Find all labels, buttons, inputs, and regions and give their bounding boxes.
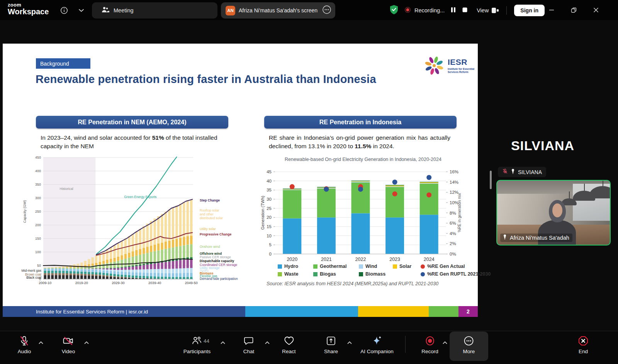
svg-text:Demand-side participation: Demand-side participation <box>200 277 238 281</box>
minimize-button[interactable] <box>546 5 557 15</box>
iesr-logo-tagline: Institute for Essential Services Reform <box>448 68 475 74</box>
svg-text:2019-20: 2019-20 <box>75 281 88 285</box>
video-options-chevron[interactable] <box>84 339 89 346</box>
react-button[interactable]: React <box>282 335 295 354</box>
indonesia-chart-title: Renewable-based On-grid Electricity Gene… <box>272 157 454 162</box>
mic-muted-icon <box>502 168 508 176</box>
heart-icon <box>284 335 294 347</box>
end-label: End <box>579 349 588 354</box>
svg-text:35: 35 <box>267 188 272 192</box>
svg-text:Dispatchable capacity: Dispatchable capacity <box>200 259 234 263</box>
svg-text:15: 15 <box>267 224 272 229</box>
restore-button[interactable] <box>568 5 579 15</box>
pin-icon <box>503 234 507 241</box>
svg-text:10: 10 <box>267 234 272 238</box>
legend-item: Biogas <box>313 271 359 277</box>
svg-text:2039-40: 2039-40 <box>148 281 161 285</box>
participants-button[interactable]: Participants <box>183 335 211 354</box>
record-button[interactable]: Record <box>421 335 438 354</box>
tab-shared-screen[interactable]: AN Afriza Ni'matus Sa'adah's screen <box>221 2 335 19</box>
footer-segment-green <box>429 306 458 317</box>
video-label: Video <box>62 349 75 354</box>
more-ellipsis-icon <box>464 335 474 347</box>
svg-text:Green Energy Exports: Green Energy Exports <box>124 195 156 199</box>
svg-text:Rooftop solar: Rooftop solar <box>200 208 219 212</box>
record-options-chevron[interactable] <box>443 339 447 346</box>
participants-count: 44 <box>204 338 209 344</box>
view-button[interactable]: View <box>477 7 499 14</box>
meeting-toolbar: Audio Video Participants 44 <box>0 331 618 364</box>
participants-icon <box>192 335 202 347</box>
legend-item: Hydro <box>278 264 313 269</box>
audio-button[interactable]: Audio <box>18 335 31 354</box>
shield-check-icon[interactable] <box>389 5 399 16</box>
svg-text:2029-30: 2029-30 <box>112 281 124 285</box>
chat-button[interactable]: Chat <box>243 335 255 354</box>
svg-text:5: 5 <box>269 242 272 247</box>
svg-text:200: 200 <box>35 223 41 227</box>
indonesia-chart-source: Source: IESR analysis from HEESI 2024 (M… <box>267 281 438 286</box>
footer-segment-yellow <box>358 306 429 317</box>
svg-text:300: 300 <box>35 196 41 200</box>
recording-label: Recording... <box>414 7 445 14</box>
svg-text:100: 100 <box>35 250 41 254</box>
end-button[interactable]: End <box>578 335 589 354</box>
titlebar: zoom Workspace Meeting AN Afriza Ni'matu… <box>0 0 618 20</box>
badge-participant-name: SILVIANA <box>518 169 542 175</box>
share-button[interactable]: Share <box>324 335 338 354</box>
svg-text:Mid-merit gas: Mid-merit gas <box>22 269 41 273</box>
audio-label: Audio <box>18 349 31 354</box>
record-label: Record <box>421 349 438 354</box>
left-section-text: In 2023–24, wind and solar accounted for… <box>41 134 231 151</box>
participants-options-chevron[interactable] <box>221 339 225 346</box>
svg-text:6%: 6% <box>450 221 456 225</box>
svg-text:45: 45 <box>267 169 272 174</box>
stop-recording-button[interactable] <box>462 7 468 14</box>
info-icon[interactable] <box>59 5 70 16</box>
slide-footer: Institute for Essential Services Reform … <box>3 306 478 317</box>
tab-more-icon[interactable] <box>322 5 331 16</box>
video-button[interactable]: Video <box>62 335 75 354</box>
svg-text:50: 50 <box>37 264 41 267</box>
share-options-chevron[interactable] <box>347 339 352 346</box>
svg-text:400: 400 <box>35 169 41 173</box>
svg-text:%RE in generation mix: %RE in generation mix <box>457 193 462 232</box>
shared-slide: Background Renewable penetration rising … <box>3 44 478 317</box>
svg-text:and other: and other <box>200 212 214 216</box>
tab-meeting[interactable]: Meeting <box>92 2 217 19</box>
react-label: React <box>282 349 295 354</box>
svg-text:2022: 2022 <box>355 257 366 262</box>
record-active-icon <box>425 335 435 347</box>
svg-text:2023: 2023 <box>389 257 400 262</box>
audio-options-chevron[interactable] <box>39 339 43 346</box>
legend-item: Solar <box>393 264 421 269</box>
chat-options-chevron[interactable] <box>265 339 270 346</box>
more-button[interactable]: More <box>463 335 475 354</box>
pause-recording-button[interactable] <box>450 7 456 15</box>
people-icon <box>101 6 110 15</box>
panel-scrollbar[interactable] <box>490 171 492 189</box>
ai-companion-button[interactable]: AI Companion <box>360 335 394 354</box>
legend-item: %RE Gen RUPTL 2021-2030 <box>421 271 491 277</box>
svg-text:16%: 16% <box>450 169 458 174</box>
svg-text:0%: 0% <box>450 252 456 256</box>
participant-name-badge: SILVIANA <box>498 167 546 177</box>
participant-video-tile[interactable]: Afriza Ni'matus Sa'adah <box>496 180 611 245</box>
camera-muted-icon <box>63 335 74 347</box>
legend-spacer <box>393 271 421 277</box>
share-screen-icon <box>326 335 336 347</box>
zoom-workplace-logo: zoom Workspace <box>8 2 49 15</box>
svg-text:250: 250 <box>35 210 41 213</box>
svg-text:Black coal: Black coal <box>26 276 41 279</box>
legend-item: Biomass <box>359 271 393 277</box>
aemo-capacity-chart: 050100150200250300350400450Capacity (GW)… <box>10 154 258 287</box>
avatar: AN <box>226 6 235 15</box>
svg-text:distributed solar: distributed solar <box>200 216 223 220</box>
chevron-down-icon[interactable] <box>76 5 87 16</box>
svg-text:2%: 2% <box>450 241 456 246</box>
sign-in-button[interactable]: Sign in <box>514 5 545 16</box>
divider <box>506 6 507 15</box>
close-button[interactable] <box>590 5 602 15</box>
recording-dot-icon <box>404 7 411 15</box>
toolbar-divider <box>405 336 406 353</box>
